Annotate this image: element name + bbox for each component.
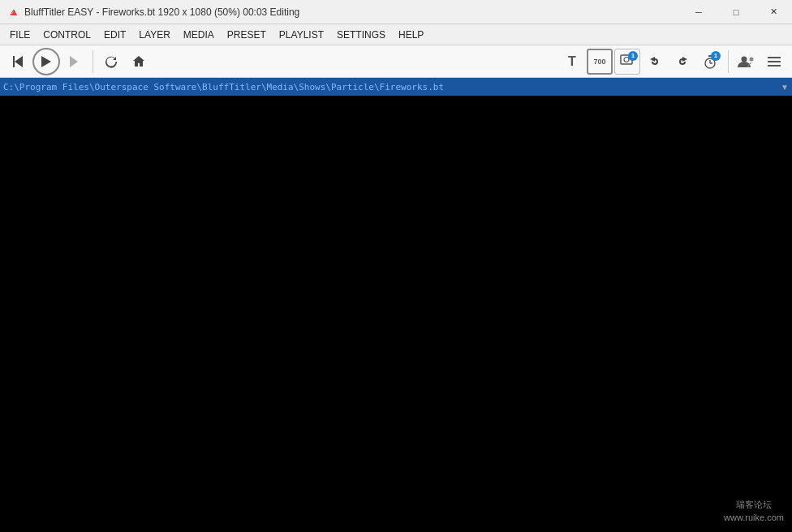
- svg-rect-16: [768, 65, 781, 66]
- render-badge: 1: [628, 51, 638, 61]
- title-left: 🔺 BluffTitler EASY - Fireworks.bt 1920 x…: [6, 6, 299, 19]
- home-button[interactable]: [126, 49, 152, 75]
- menu-help[interactable]: HELP: [392, 24, 430, 45]
- timer-badge: 1: [711, 51, 721, 61]
- address-bar: C:\Program Files\Outerspace Software\Blu…: [0, 78, 792, 96]
- svg-point-13: [750, 57, 754, 61]
- title-text: BluffTitler EASY - Fireworks.bt 1920 x 1…: [24, 6, 299, 18]
- rotate-right-button[interactable]: [669, 49, 695, 75]
- svg-point-12: [742, 56, 747, 62]
- home-icon: [132, 55, 145, 68]
- menu-media[interactable]: MEDIA: [177, 24, 221, 45]
- menu-bar: FILE CONTROL EDIT LAYER MEDIA PRESET PLA…: [0, 24, 792, 45]
- users-icon: [738, 55, 755, 68]
- svg-marker-0: [15, 56, 23, 67]
- svg-rect-15: [768, 61, 781, 62]
- address-dropdown-icon[interactable]: ▼: [781, 83, 789, 92]
- main-content: [0, 96, 792, 532]
- rotate-right-icon: [676, 55, 689, 68]
- render-button[interactable]: 1: [614, 49, 640, 75]
- prev-button[interactable]: [5, 49, 31, 75]
- refresh-icon: [105, 55, 118, 68]
- media-button[interactable]: 700: [587, 49, 613, 75]
- menu-playlist[interactable]: PLAYLIST: [273, 24, 330, 45]
- next-button[interactable]: [62, 49, 88, 75]
- svg-rect-1: [13, 56, 15, 67]
- svg-marker-2: [41, 56, 51, 67]
- separator-2: [728, 50, 729, 73]
- prev-icon: [13, 56, 23, 67]
- address-text: C:\Program Files\Outerspace Software\Blu…: [3, 82, 777, 92]
- timer-button[interactable]: 1: [697, 49, 723, 75]
- menu-settings[interactable]: SETTINGS: [330, 24, 392, 45]
- toolbar: T 700 1 1: [0, 45, 792, 78]
- separator-1: [93, 50, 93, 73]
- canvas-area: [0, 96, 792, 532]
- hamburger-icon: [768, 56, 781, 67]
- maximize-button[interactable]: □: [717, 0, 755, 24]
- menu-layer[interactable]: LAYER: [132, 24, 176, 45]
- minimize-button[interactable]: ─: [680, 0, 717, 24]
- users-button[interactable]: [734, 49, 760, 75]
- title-controls: ─ □ ✕: [680, 0, 792, 24]
- rotate-left-icon: [648, 55, 661, 68]
- play-icon: [41, 56, 51, 67]
- text-button[interactable]: T: [559, 49, 585, 75]
- app-icon: 🔺: [6, 6, 19, 19]
- svg-marker-3: [70, 56, 78, 67]
- next-icon: [70, 56, 80, 67]
- play-button[interactable]: [32, 48, 60, 75]
- rotate-left-button[interactable]: [642, 49, 668, 75]
- text-icon: T: [568, 54, 576, 69]
- menu-file[interactable]: FILE: [3, 24, 37, 45]
- menu-control[interactable]: CONTROL: [37, 24, 97, 45]
- close-button[interactable]: ✕: [755, 0, 792, 24]
- svg-rect-14: [768, 57, 781, 58]
- menu-preset[interactable]: PRESET: [221, 24, 273, 45]
- menu-lines-button[interactable]: [761, 49, 787, 75]
- refresh-button[interactable]: [98, 49, 124, 75]
- media-icon: 700: [593, 58, 605, 66]
- title-bar: 🔺 BluffTitler EASY - Fireworks.bt 1920 x…: [0, 0, 792, 24]
- menu-edit[interactable]: EDIT: [97, 24, 132, 45]
